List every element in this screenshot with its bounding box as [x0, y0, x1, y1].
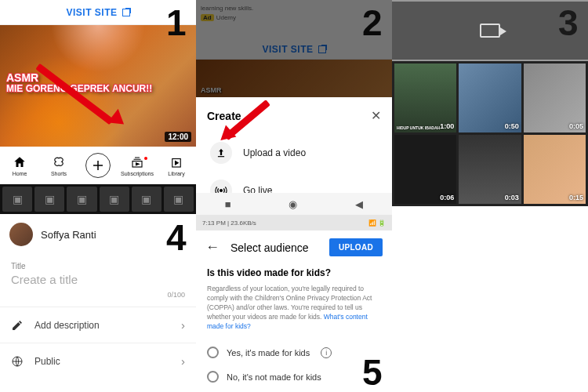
- subscriptions-icon: [130, 155, 144, 169]
- chevron-right-icon: ›: [181, 318, 185, 332]
- nav-create[interactable]: [78, 153, 118, 178]
- filmstrip: ▣ ▣ ▣ ▣ ▣ ▣: [0, 184, 196, 214]
- status-bar: 7:13 PM | 23.6KB/s 📶 🔋: [196, 215, 392, 230]
- radio-no-kids[interactable]: No, it's not made for kids: [207, 365, 381, 389]
- description-row[interactable]: Add description ›: [0, 307, 196, 343]
- step-number-4: 4: [166, 216, 187, 259]
- nav-shorts[interactable]: Shorts: [39, 155, 78, 176]
- cell-duration: 0:03: [505, 194, 519, 201]
- radio-no-label: No, it's not made for kids: [227, 372, 321, 382]
- cell-duration: 0:50: [505, 122, 519, 130]
- status-left: 7:13 PM | 23.6KB/s: [202, 220, 256, 227]
- notification-dot: [144, 157, 147, 160]
- filmstrip-cell[interactable]: ▣: [132, 187, 162, 212]
- nav-library[interactable]: Library: [157, 155, 196, 176]
- title-counter: 0/100: [11, 291, 185, 299]
- step-number-3: 3: [558, 2, 579, 44]
- grid-cell[interactable]: 0:03: [459, 135, 521, 204]
- camera-icon[interactable]: [480, 24, 500, 38]
- library-icon: [169, 155, 183, 169]
- plus-icon: [91, 158, 105, 172]
- step-number-5: 5: [362, 351, 383, 392]
- sheet-title: Create: [207, 110, 241, 122]
- create-button[interactable]: [85, 153, 111, 178]
- visibility-label: Public: [34, 356, 60, 367]
- upload-video-option[interactable]: Upload a video: [207, 134, 381, 172]
- bottom-nav: Home Shorts Subscriptions Library: [0, 147, 196, 184]
- audience-question: Is this video made for kids?: [207, 267, 381, 278]
- nav-shorts-label: Shorts: [51, 171, 67, 176]
- grid-cell[interactable]: 0:05: [524, 64, 586, 132]
- upload-button[interactable]: UPLOAD: [329, 238, 383, 256]
- status-right-icons: 📶 🔋: [368, 220, 386, 227]
- grid-cell[interactable]: HIDUP UNTUK IBADAH1:00: [394, 64, 456, 132]
- pencil-icon: [11, 319, 24, 332]
- home-button[interactable]: ◉: [289, 198, 297, 210]
- cell-duration: 1:00: [440, 122, 454, 130]
- home-icon: [13, 155, 27, 169]
- chevron-right-icon: ›: [181, 354, 185, 368]
- radio-yes-kids[interactable]: Yes, it's made for kids i: [207, 340, 381, 365]
- video-grid: HIDUP UNTUK IBADAH1:00 0:50 0:05 0:06 0:…: [392, 61, 588, 206]
- duration-badge: 12:00: [165, 132, 191, 142]
- close-icon[interactable]: ✕: [371, 108, 381, 123]
- radio-icon: [207, 347, 219, 358]
- title-field[interactable]: Title Create a title 0/100: [0, 254, 196, 307]
- step-number-1: 1: [166, 2, 187, 44]
- filmstrip-cell[interactable]: ▣: [67, 187, 96, 212]
- radio-yes-label: Yes, it's made for kids: [227, 348, 310, 358]
- nav-subscriptions-label: Subscriptions: [121, 171, 154, 176]
- step-number-2: 2: [362, 2, 383, 44]
- nav-home-label: Home: [13, 171, 27, 176]
- thumbnail-overlay-text: ASMR MIE GORENG GEPREK ANCUR!!: [6, 72, 152, 95]
- svg-rect-2: [218, 156, 224, 157]
- grid-cell[interactable]: 0:50: [459, 64, 521, 132]
- upload-video-label: Upload a video: [243, 147, 306, 158]
- info-icon[interactable]: i: [321, 347, 332, 358]
- grid-cell[interactable]: 0:15: [524, 135, 586, 204]
- recents-button[interactable]: ■: [225, 198, 231, 210]
- visibility-row[interactable]: Public ›: [0, 343, 196, 379]
- nav-home[interactable]: Home: [0, 155, 39, 176]
- back-button[interactable]: ◀: [355, 198, 363, 210]
- title-field-label: Title: [11, 262, 185, 270]
- filmstrip-cell[interactable]: ▣: [2, 187, 32, 212]
- user-name: Soffya Ranti: [41, 229, 96, 241]
- description-label: Add description: [34, 320, 100, 331]
- cell-duration: 0:06: [440, 194, 454, 201]
- title-input[interactable]: Create a title: [11, 273, 185, 286]
- nav-library-label: Library: [168, 171, 184, 176]
- globe-icon: [11, 355, 24, 368]
- legal-text: Regardless of your location, you're lega…: [207, 285, 381, 331]
- back-arrow-icon[interactable]: ←: [205, 239, 220, 256]
- radio-icon: [207, 371, 219, 383]
- nav-subscriptions[interactable]: Subscriptions: [118, 155, 157, 176]
- filmstrip-cell[interactable]: ▣: [164, 187, 194, 212]
- cell-duration: 0:05: [569, 122, 583, 130]
- avatar[interactable]: [9, 223, 33, 246]
- header-title: Select audience: [230, 241, 318, 254]
- svg-point-3: [220, 190, 223, 192]
- filmstrip-cell[interactable]: ▣: [34, 187, 64, 212]
- shorts-icon: [52, 155, 66, 169]
- filmstrip-cell[interactable]: ▣: [100, 187, 129, 212]
- external-link-icon: [122, 9, 130, 16]
- grid-cell[interactable]: 0:06: [394, 135, 456, 204]
- cell-duration: 0:15: [569, 194, 583, 201]
- upload-icon: [210, 142, 232, 164]
- android-nav-bar: ■ ◉ ◀: [196, 193, 392, 215]
- audience-header: ← Select audience UPLOAD: [196, 230, 392, 264]
- visit-site-label: VISIT SITE: [66, 7, 117, 18]
